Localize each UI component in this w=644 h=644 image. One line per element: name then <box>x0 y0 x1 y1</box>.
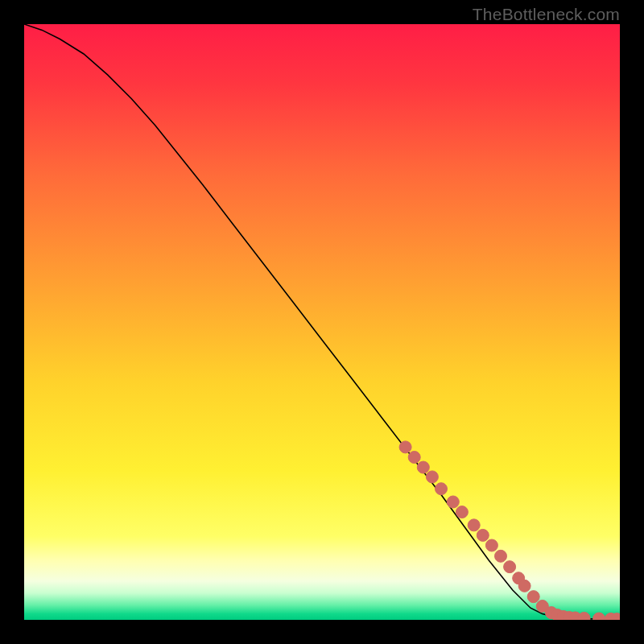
data-point <box>485 539 497 551</box>
data-point <box>417 461 429 473</box>
plot-area <box>24 24 620 620</box>
data-point <box>447 496 459 508</box>
data-point <box>578 612 590 620</box>
chart-overlay <box>24 24 620 620</box>
data-point <box>504 561 516 573</box>
data-point <box>456 506 468 518</box>
data-point <box>593 613 605 620</box>
chart-stage: TheBottleneck.com <box>0 0 644 644</box>
data-point <box>527 591 539 603</box>
bottleneck-curve <box>24 24 620 619</box>
data-point <box>436 483 448 495</box>
highlighted-points <box>399 441 620 620</box>
watermark-text: TheBottleneck.com <box>473 5 620 24</box>
data-point <box>399 441 411 453</box>
data-point <box>495 550 507 562</box>
data-point <box>468 519 480 531</box>
data-point <box>518 580 530 592</box>
data-point <box>477 529 489 541</box>
data-point <box>426 471 438 483</box>
data-point <box>408 451 420 463</box>
